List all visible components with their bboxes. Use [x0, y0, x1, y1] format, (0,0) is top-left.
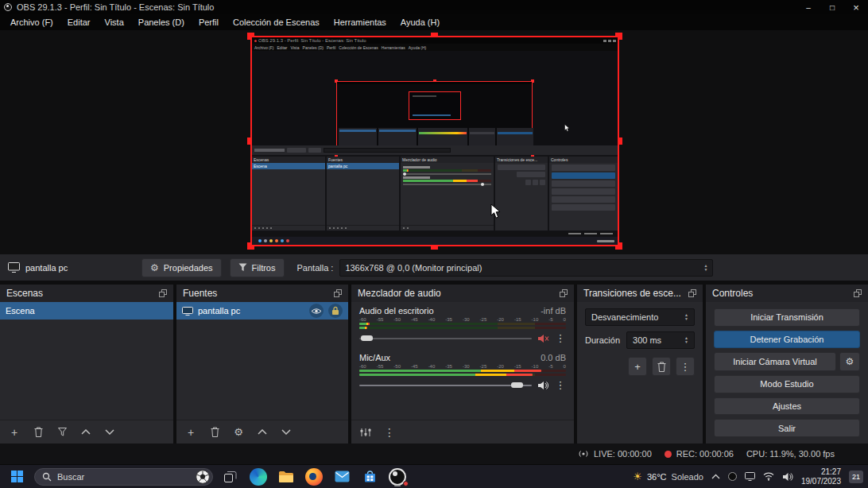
dock-popout-icon[interactable] [334, 289, 342, 297]
mixer-dock-title: Mezclador de audio [358, 288, 441, 299]
menu-perfil[interactable]: Perfil [192, 15, 226, 29]
meter-tick-label: -15 [514, 364, 521, 369]
duration-spinbox[interactable]: 300 ms ▲▼ [626, 331, 695, 349]
menu-archivo[interactable]: Archivo (F) [3, 15, 60, 29]
volume-slider[interactable] [359, 335, 532, 342]
window-title: OBS 29.1.3 - Perfil: Sin Título - Escena… [17, 2, 214, 12]
source-item[interactable]: pantalla pc [176, 302, 348, 320]
edge-app-button[interactable] [248, 467, 269, 487]
task-view-icon [224, 471, 237, 482]
filters-button[interactable]: Filtros [230, 258, 285, 277]
dock-popout-icon[interactable] [560, 289, 568, 297]
chevron-down-icon [105, 429, 114, 435]
maximize-button[interactable]: □ [820, 0, 844, 14]
display-tray-icon[interactable] [745, 472, 755, 481]
taskbar-search[interactable]: Buscar [34, 468, 213, 486]
file-explorer-icon [278, 471, 294, 483]
volume-tray-icon[interactable] [782, 472, 793, 482]
menu-herramientas[interactable]: Herramientas [327, 15, 393, 29]
mail-app-button[interactable] [331, 467, 352, 487]
settings-button[interactable]: Ajustes [714, 397, 860, 416]
add-scene-button[interactable]: + [5, 424, 24, 441]
meter-tick-label: -60 [359, 317, 366, 322]
screen-select[interactable]: 1366x768 @ 0,0 (Monitor principal) ▲▼ [339, 259, 713, 277]
transition-select[interactable]: Desvanecimiento ▲▼ [585, 308, 695, 326]
start-button[interactable] [6, 467, 27, 487]
transition-menu-button[interactable]: ⋮ [676, 357, 695, 376]
trash-icon [34, 427, 43, 437]
file-explorer-app-button[interactable] [276, 467, 296, 487]
move-scene-down-button[interactable] [100, 424, 119, 441]
properties-button[interactable]: ⚙ Propiedades [141, 258, 222, 277]
obs-tray-icon[interactable] [728, 472, 737, 481]
remove-source-button[interactable] [205, 424, 224, 441]
weather-widget[interactable]: ☀ 36°C Soleado [633, 471, 703, 482]
menu-coleccion-escenas[interactable]: Colección de Escenas [226, 15, 327, 29]
spinner-arrows-icon[interactable]: ▲▼ [703, 264, 707, 272]
remove-transition-button[interactable] [652, 357, 671, 376]
gear-icon: ⚙ [234, 426, 243, 438]
notification-count-badge[interactable]: 21 [849, 471, 863, 483]
scene-item[interactable]: Escena [0, 302, 173, 320]
chevron-up-icon [81, 429, 91, 435]
scenes-dock-title: Escenas [6, 288, 43, 299]
meter-tick-label: -35 [445, 317, 452, 322]
source-lock-toggle[interactable] [328, 304, 343, 318]
dock-popout-icon[interactable] [159, 289, 167, 297]
task-view-button[interactable] [220, 467, 241, 487]
add-source-button[interactable]: + [181, 424, 200, 441]
menu-ayuda[interactable]: Ayuda (H) [393, 15, 447, 29]
network-tray-icon[interactable] [763, 472, 774, 481]
taskbar-clock[interactable]: 21:27 19/07/2023 [801, 467, 841, 486]
speaker-muted-icon[interactable] [537, 334, 549, 343]
screen-capture-source[interactable]: OBS 29.1.3 - Perfil: Sin Título - Escena… [250, 36, 619, 246]
chevron-down-icon [281, 429, 291, 435]
close-button[interactable]: × [844, 0, 868, 14]
meter-tick-label: -55 [377, 317, 384, 322]
captured-source-toolbar [252, 145, 618, 155]
dock-popout-icon[interactable] [688, 289, 696, 297]
source-properties-button[interactable]: ⚙ [229, 424, 248, 441]
soccer-ball-icon [196, 470, 210, 484]
titlebar: OBS 29.1.3 - Perfil: Sin Título - Escena… [0, 0, 868, 14]
volume-slider[interactable] [359, 381, 532, 389]
windows-logo-icon [11, 471, 23, 482]
captured-mouse-cursor [564, 124, 570, 132]
duration-label: Duración [585, 335, 620, 345]
scene-filters-button[interactable] [52, 424, 72, 441]
move-scene-up-button[interactable] [76, 424, 95, 441]
advanced-audio-button[interactable] [356, 424, 375, 441]
move-source-down-button[interactable] [277, 424, 296, 441]
menu-vista[interactable]: Vista [98, 15, 131, 29]
add-transition-button[interactable]: + [628, 357, 647, 376]
menu-editar[interactable]: Editar [60, 15, 98, 29]
mail-icon [335, 471, 350, 482]
stop-recording-button[interactable]: Detener Grabación [714, 331, 860, 349]
move-source-up-button[interactable] [253, 424, 272, 441]
trash-icon [211, 427, 219, 437]
channel-menu-button[interactable]: ⋮ [555, 332, 566, 344]
meter-tick-label: 0 [564, 317, 566, 322]
minimize-button[interactable]: – [796, 0, 820, 14]
channel-menu-button[interactable]: ⋮ [555, 379, 566, 391]
mixer-menu-button[interactable]: ⋮ [380, 424, 399, 441]
store-app-button[interactable] [359, 467, 380, 487]
gear-icon: ⚙ [846, 356, 854, 367]
start-virtual-camera-button[interactable]: Iniciar Cámara Virtual [714, 352, 836, 371]
transitions-dock-header: Transiciones de esce... [577, 285, 703, 302]
dock-popout-icon[interactable] [854, 289, 862, 297]
source-toolbar: pantalla pc ⚙ Propiedades Filtros Pantal… [0, 254, 868, 281]
remove-scene-button[interactable] [29, 424, 48, 441]
firefox-app-button[interactable] [304, 467, 324, 487]
sources-dock: Fuentes pantalla pc [176, 285, 348, 443]
studio-mode-button[interactable]: Modo Estudio [714, 375, 860, 393]
obs-app-button[interactable] [387, 467, 408, 487]
menu-paneles[interactable]: Paneles (D) [131, 15, 192, 29]
speaker-icon[interactable] [537, 381, 549, 390]
start-streaming-button[interactable]: Iniciar Transmisión [714, 308, 860, 327]
show-hidden-icons-button[interactable] [711, 474, 720, 479]
source-visibility-toggle[interactable] [309, 304, 324, 318]
virtual-camera-settings-button[interactable]: ⚙ [839, 352, 860, 371]
captured-scenes-dock: Escenas Escena [252, 157, 325, 230]
exit-button[interactable]: Salir [714, 419, 860, 437]
